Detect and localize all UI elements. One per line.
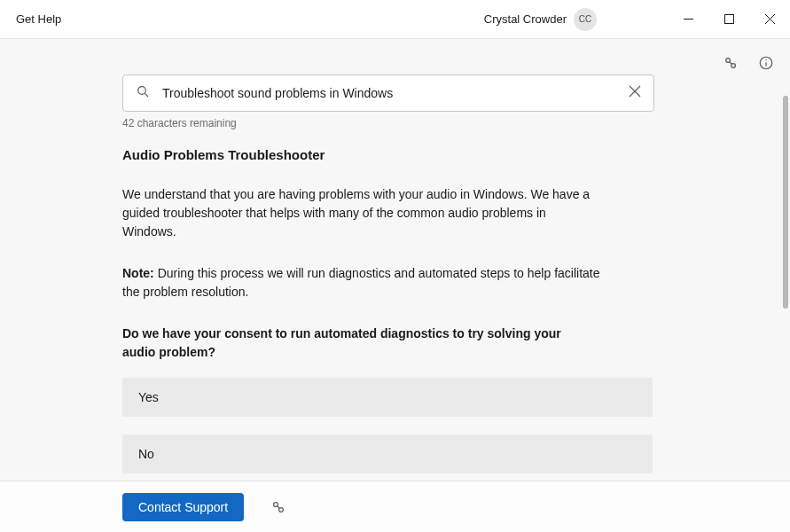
svg-point-4 <box>726 59 731 63</box>
svg-point-14 <box>279 507 284 512</box>
char-count: 42 characters remaining <box>122 117 654 129</box>
scrollbar[interactable] <box>781 46 788 473</box>
info-icon[interactable] <box>756 53 776 73</box>
window-controls <box>668 0 790 39</box>
clear-search-icon[interactable] <box>629 85 641 101</box>
search-input[interactable] <box>162 86 618 100</box>
user-account[interactable]: Crystal Crowder CC <box>484 8 597 31</box>
feedback-footer-icon[interactable] <box>269 497 288 517</box>
maximize-button[interactable] <box>708 0 749 39</box>
consent-question: Do we have your consent to run automated… <box>122 325 583 362</box>
close-button[interactable] <box>749 0 790 39</box>
contact-support-button[interactable]: Contact Support <box>122 493 244 521</box>
svg-line-10 <box>145 93 148 97</box>
app-title: Get Help <box>16 12 61 26</box>
article-intro: We understand that you are having proble… <box>122 185 601 241</box>
footer: Contact Support <box>0 481 790 532</box>
scrollbar-thumb[interactable] <box>783 96 788 309</box>
minimize-button[interactable] <box>668 0 708 39</box>
search-box[interactable] <box>122 74 654 112</box>
main-content: 42 characters remaining Audio Problems T… <box>122 74 654 473</box>
svg-point-9 <box>138 87 146 95</box>
option-yes-button[interactable]: Yes <box>122 378 653 417</box>
feedback-icon[interactable] <box>721 53 740 73</box>
toolbar-icons <box>721 53 776 73</box>
user-name: Crystal Crowder <box>484 12 567 26</box>
svg-rect-1 <box>724 15 733 24</box>
option-no-button[interactable]: No <box>122 434 653 473</box>
search-icon <box>136 84 150 102</box>
article-heading: Audio Problems Troubleshooter <box>122 147 654 162</box>
svg-point-5 <box>731 64 736 68</box>
article-note: Note: During this process we will run di… <box>122 264 601 301</box>
app-body: 42 characters remaining Audio Problems T… <box>0 39 790 481</box>
note-label: Note: <box>122 266 154 280</box>
titlebar: Get Help Crystal Crowder CC <box>0 0 790 39</box>
svg-point-13 <box>274 502 278 506</box>
article: Audio Problems Troubleshooter We underst… <box>122 147 654 473</box>
note-text: During this process we will run diagnost… <box>122 266 600 299</box>
svg-point-8 <box>765 59 766 60</box>
avatar: CC <box>574 8 597 31</box>
